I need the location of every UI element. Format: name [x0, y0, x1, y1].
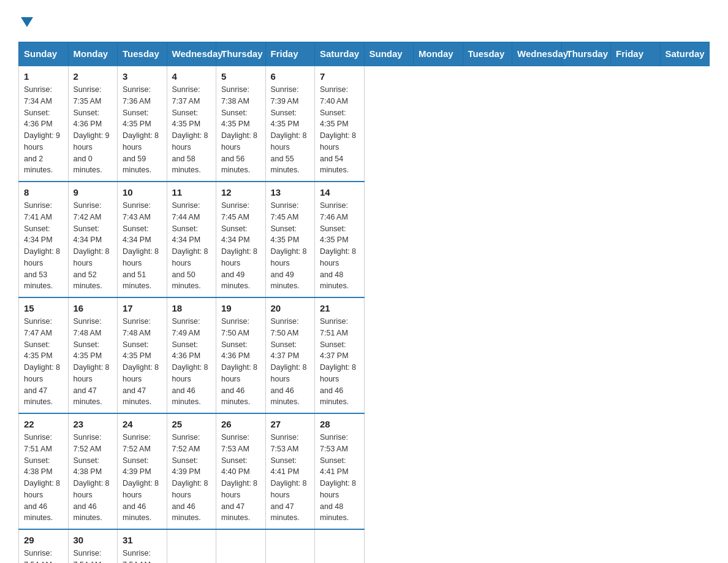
day-number: 18 — [172, 303, 211, 313]
day-info: Sunrise: 7:46 AMSunset: 4:35 PMDaylight:… — [320, 201, 356, 290]
day-number: 24 — [123, 419, 162, 429]
calendar-week-row: 15 Sunrise: 7:47 AMSunset: 4:35 PMDaylig… — [19, 297, 710, 413]
day-info: Sunrise: 7:40 AMSunset: 4:35 PMDaylight:… — [320, 85, 356, 174]
calendar-cell: 12 Sunrise: 7:45 AMSunset: 4:34 PMDaylig… — [216, 182, 266, 297]
day-number: 31 — [123, 535, 162, 545]
day-info: Sunrise: 7:53 AMSunset: 4:41 PMDaylight:… — [271, 433, 307, 522]
calendar-cell: 5 Sunrise: 7:38 AMSunset: 4:35 PMDayligh… — [216, 66, 266, 182]
day-number: 14 — [320, 187, 359, 197]
day-info: Sunrise: 7:34 AMSunset: 4:36 PMDaylight:… — [24, 85, 60, 174]
calendar-cell: 21 Sunrise: 7:51 AMSunset: 4:37 PMDaylig… — [315, 297, 365, 413]
day-info: Sunrise: 7:51 AMSunset: 4:37 PMDaylight:… — [320, 317, 356, 406]
day-info: Sunrise: 7:49 AMSunset: 4:36 PMDaylight:… — [172, 317, 208, 406]
day-info: Sunrise: 7:37 AMSunset: 4:35 PMDaylight:… — [172, 85, 208, 174]
day-number: 27 — [271, 419, 310, 429]
calendar-cell: 29 Sunrise: 7:54 AMSunset: 4:42 PMDaylig… — [19, 529, 69, 563]
day-number: 5 — [221, 71, 260, 82]
day-info: Sunrise: 7:47 AMSunset: 4:35 PMDaylight:… — [24, 317, 60, 406]
calendar-cell: 20 Sunrise: 7:50 AMSunset: 4:37 PMDaylig… — [265, 297, 315, 413]
day-number: 21 — [320, 303, 359, 313]
day-info: Sunrise: 7:45 AMSunset: 4:34 PMDaylight:… — [221, 201, 257, 290]
logo — [18, 12, 33, 29]
calendar-cell: 28 Sunrise: 7:53 AMSunset: 4:41 PMDaylig… — [315, 413, 365, 529]
page-header — [18, 12, 710, 29]
logo-triangle-icon — [21, 17, 33, 27]
day-info: Sunrise: 7:52 AMSunset: 4:39 PMDaylight:… — [172, 433, 208, 522]
day-number: 11 — [172, 187, 211, 197]
day-info: Sunrise: 7:50 AMSunset: 4:37 PMDaylight:… — [271, 317, 307, 406]
calendar-cell: 14 Sunrise: 7:46 AMSunset: 4:35 PMDaylig… — [315, 182, 365, 297]
day-info: Sunrise: 7:52 AMSunset: 4:38 PMDaylight:… — [74, 433, 110, 522]
day-number: 2 — [74, 71, 113, 82]
day-info: Sunrise: 7:39 AMSunset: 4:35 PMDaylight:… — [271, 85, 307, 174]
calendar-cell: 1 Sunrise: 7:34 AMSunset: 4:36 PMDayligh… — [19, 66, 69, 182]
col-header-thursday: Thursday — [561, 42, 611, 66]
calendar-cell: 9 Sunrise: 7:42 AMSunset: 4:34 PMDayligh… — [68, 182, 118, 297]
day-info: Sunrise: 7:52 AMSunset: 4:39 PMDaylight:… — [123, 433, 159, 522]
day-info: Sunrise: 7:36 AMSunset: 4:35 PMDaylight:… — [123, 85, 159, 174]
day-number: 3 — [123, 71, 162, 82]
calendar-week-row: 8 Sunrise: 7:41 AMSunset: 4:34 PMDayligh… — [19, 182, 710, 297]
day-info: Sunrise: 7:43 AMSunset: 4:34 PMDaylight:… — [123, 201, 159, 290]
day-number: 26 — [221, 419, 260, 429]
col-header-tuesday: Tuesday — [463, 42, 512, 66]
calendar-cell: 22 Sunrise: 7:51 AMSunset: 4:38 PMDaylig… — [19, 413, 69, 529]
calendar-cell: 13 Sunrise: 7:45 AMSunset: 4:35 PMDaylig… — [265, 182, 315, 297]
calendar-table: SundayMondayTuesdayWednesdayThursdayFrid… — [18, 42, 710, 563]
day-number: 15 — [24, 303, 63, 313]
calendar-cell: 23 Sunrise: 7:52 AMSunset: 4:38 PMDaylig… — [68, 413, 118, 529]
calendar-cell: 10 Sunrise: 7:43 AMSunset: 4:34 PMDaylig… — [118, 182, 167, 297]
day-number: 29 — [24, 535, 63, 545]
col-header-thursday: Thursday — [216, 42, 266, 66]
day-number: 13 — [271, 187, 310, 197]
day-info: Sunrise: 7:35 AMSunset: 4:36 PMDaylight:… — [74, 85, 110, 174]
day-number: 8 — [24, 187, 63, 197]
calendar-cell: 4 Sunrise: 7:37 AMSunset: 4:35 PMDayligh… — [167, 66, 216, 182]
day-number: 10 — [123, 187, 162, 197]
day-number: 7 — [320, 71, 359, 82]
day-number: 23 — [74, 419, 113, 429]
col-header-saturday: Saturday — [315, 42, 365, 66]
day-info: Sunrise: 7:54 AMSunset: 4:44 PMDaylight:… — [123, 549, 159, 563]
col-header-monday: Monday — [68, 42, 118, 66]
calendar-cell: 7 Sunrise: 7:40 AMSunset: 4:35 PMDayligh… — [315, 66, 365, 182]
calendar-cell: 2 Sunrise: 7:35 AMSunset: 4:36 PMDayligh… — [68, 66, 118, 182]
day-number: 28 — [320, 419, 359, 429]
calendar-cell — [216, 529, 266, 563]
col-header-tuesday: Tuesday — [118, 42, 167, 66]
day-number: 12 — [221, 187, 260, 197]
calendar-cell: 15 Sunrise: 7:47 AMSunset: 4:35 PMDaylig… — [19, 297, 69, 413]
day-info: Sunrise: 7:54 AMSunset: 4:42 PMDaylight:… — [24, 549, 60, 563]
calendar-cell: 8 Sunrise: 7:41 AMSunset: 4:34 PMDayligh… — [19, 182, 69, 297]
day-number: 16 — [74, 303, 113, 313]
day-info: Sunrise: 7:53 AMSunset: 4:40 PMDaylight:… — [221, 433, 257, 522]
col-header-friday: Friday — [265, 42, 315, 66]
col-header-monday: Monday — [414, 42, 463, 66]
day-info: Sunrise: 7:44 AMSunset: 4:34 PMDaylight:… — [172, 201, 208, 290]
calendar-cell: 18 Sunrise: 7:49 AMSunset: 4:36 PMDaylig… — [167, 297, 216, 413]
day-info: Sunrise: 7:42 AMSunset: 4:34 PMDaylight:… — [74, 201, 110, 290]
calendar-cell: 17 Sunrise: 7:48 AMSunset: 4:35 PMDaylig… — [118, 297, 167, 413]
day-info: Sunrise: 7:41 AMSunset: 4:34 PMDaylight:… — [24, 201, 60, 290]
calendar-cell: 19 Sunrise: 7:50 AMSunset: 4:36 PMDaylig… — [216, 297, 266, 413]
day-number: 1 — [24, 71, 63, 82]
day-number: 20 — [271, 303, 310, 313]
calendar-header-row: SundayMondayTuesdayWednesdayThursdayFrid… — [19, 42, 710, 66]
day-info: Sunrise: 7:50 AMSunset: 4:36 PMDaylight:… — [221, 317, 257, 406]
day-info: Sunrise: 7:48 AMSunset: 4:35 PMDaylight:… — [74, 317, 110, 406]
day-number: 22 — [24, 419, 63, 429]
calendar-cell: 3 Sunrise: 7:36 AMSunset: 4:35 PMDayligh… — [118, 66, 167, 182]
calendar-cell: 24 Sunrise: 7:52 AMSunset: 4:39 PMDaylig… — [118, 413, 167, 529]
col-header-sunday: Sunday — [19, 42, 69, 66]
calendar-cell: 6 Sunrise: 7:39 AMSunset: 4:35 PMDayligh… — [265, 66, 315, 182]
calendar-cell: 31 Sunrise: 7:54 AMSunset: 4:44 PMDaylig… — [118, 529, 167, 563]
day-info: Sunrise: 7:51 AMSunset: 4:38 PMDaylight:… — [24, 433, 60, 522]
col-header-saturday: Saturday — [660, 42, 710, 66]
calendar-cell: 30 Sunrise: 7:54 AMSunset: 4:43 PMDaylig… — [68, 529, 118, 563]
day-number: 30 — [74, 535, 113, 545]
calendar-week-row: 29 Sunrise: 7:54 AMSunset: 4:42 PMDaylig… — [19, 529, 710, 563]
col-header-wednesday: Wednesday — [167, 42, 216, 66]
calendar-cell: 16 Sunrise: 7:48 AMSunset: 4:35 PMDaylig… — [68, 297, 118, 413]
day-number: 9 — [74, 187, 113, 197]
day-number: 25 — [172, 419, 211, 429]
